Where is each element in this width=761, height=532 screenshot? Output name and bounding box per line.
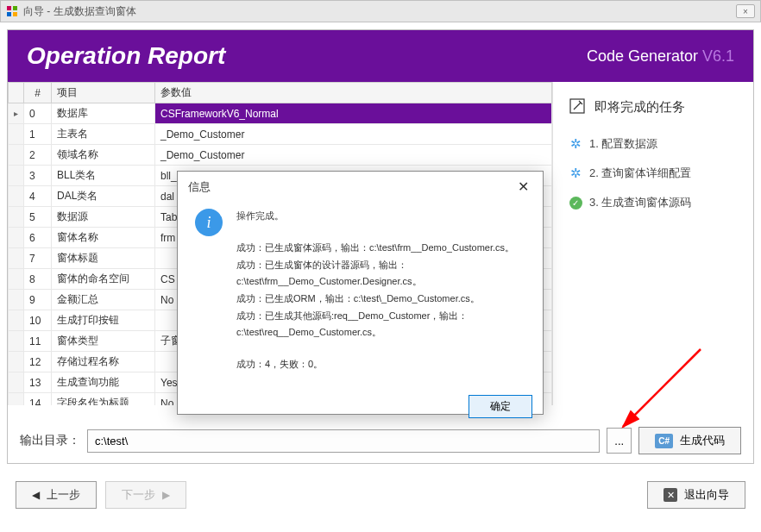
dialog-body: i 操作完成。 成功：已生成窗体源码，输出：c:\test\frm__Demo_… xyxy=(178,202,543,385)
svg-rect-0 xyxy=(7,6,11,10)
csharp-icon: C# xyxy=(655,434,673,448)
arrow-left-icon: ◀ xyxy=(32,489,40,501)
row-selector[interactable] xyxy=(9,269,24,290)
row-num: 13 xyxy=(24,372,52,393)
col-selector[interactable] xyxy=(9,83,24,103)
col-num[interactable]: # xyxy=(24,83,52,103)
row-selector[interactable] xyxy=(9,290,24,310)
app-icon xyxy=(6,5,18,17)
row-key: 主表名 xyxy=(52,124,155,145)
table-row[interactable]: 1主表名_Demo_Customer xyxy=(9,124,552,145)
row-val: CSFrameworkV6_Normal xyxy=(155,103,552,124)
row-selector[interactable] xyxy=(9,372,24,393)
prev-button[interactable]: ◀ 上一步 xyxy=(16,481,97,509)
side-title: 即将完成的任务 xyxy=(569,97,738,117)
row-key: 窗体标题 xyxy=(52,248,155,269)
row-num: 4 xyxy=(24,186,52,207)
row-num: 11 xyxy=(24,331,52,352)
step-label: 2. 查询窗体详细配置 xyxy=(589,166,691,181)
row-selector[interactable] xyxy=(9,331,24,352)
row-key: 存储过程名称 xyxy=(52,352,155,372)
col-key[interactable]: 项目 xyxy=(52,83,155,103)
arrow-right-icon: ▶ xyxy=(162,489,170,501)
row-selector[interactable] xyxy=(9,207,24,228)
dialog-line: 成功：已生成窗体的设计器源码，输出： xyxy=(236,258,514,273)
table-row[interactable]: ▸0数据库CSFrameworkV6_Normal xyxy=(9,103,552,124)
row-selector[interactable] xyxy=(9,145,24,166)
row-num: 12 xyxy=(24,352,52,372)
row-num: 9 xyxy=(24,290,52,310)
close-icon: × xyxy=(743,7,748,16)
brand: Code Generator V6.1 xyxy=(587,47,734,66)
row-key: 生成查询功能 xyxy=(52,372,155,393)
side-step: ✓3. 生成查询窗体源码 xyxy=(569,195,738,210)
row-num: 0 xyxy=(24,103,52,124)
wizard-icon xyxy=(569,97,586,117)
output-label: 输出目录： xyxy=(20,433,80,448)
row-key: 生成打印按钮 xyxy=(52,310,155,331)
row-selector[interactable] xyxy=(9,393,24,406)
next-button[interactable]: 下一步 ▶ xyxy=(105,481,186,509)
window-close-button[interactable]: × xyxy=(736,4,755,18)
row-num: 2 xyxy=(24,145,52,166)
side-title-text: 即将完成的任务 xyxy=(594,99,685,116)
row-selector[interactable] xyxy=(9,186,24,207)
row-selector[interactable] xyxy=(9,228,24,248)
row-num: 14 xyxy=(24,393,52,406)
exit-button[interactable]: ✕ 退出向导 xyxy=(647,481,745,509)
info-dialog: 信息 ✕ i 操作完成。 成功：已生成窗体源码，输出：c:\test\frm__… xyxy=(177,171,544,415)
row-key: 数据源 xyxy=(52,207,155,228)
generate-label: 生成代码 xyxy=(680,433,725,448)
svg-rect-2 xyxy=(7,12,11,16)
row-num: 5 xyxy=(24,207,52,228)
row-selector[interactable] xyxy=(9,124,24,145)
row-selector[interactable] xyxy=(9,166,24,186)
dialog-close-button[interactable]: ✕ xyxy=(514,178,532,195)
dialog-ok-button[interactable]: 确定 xyxy=(469,395,532,418)
next-label: 下一步 xyxy=(122,487,155,503)
dialog-line: c:\test\req__Demo_Customer.cs。 xyxy=(236,325,514,341)
svg-rect-3 xyxy=(13,12,17,16)
row-num: 1 xyxy=(24,124,52,145)
info-icon: i xyxy=(195,209,223,236)
dialog-titlebar: 信息 ✕ xyxy=(178,172,543,202)
brand-version: V6.1 xyxy=(702,47,734,65)
brand-name: Code Generator xyxy=(587,47,702,65)
header: Operation Report Code Generator V6.1 xyxy=(8,30,753,82)
row-num: 10 xyxy=(24,310,52,331)
row-num: 7 xyxy=(24,248,52,269)
dialog-summary: 成功：4，失败：0。 xyxy=(236,357,514,372)
output-path-input[interactable] xyxy=(87,429,600,453)
table-row[interactable]: 2领域名称_Demo_Customer xyxy=(9,145,552,166)
row-num: 8 xyxy=(24,269,52,290)
row-val: _Demo_Customer xyxy=(155,145,552,166)
col-val[interactable]: 参数值 xyxy=(155,83,552,103)
row-selector[interactable] xyxy=(9,310,24,331)
row-key: 窗体名称 xyxy=(52,228,155,248)
row-key: DAL类名 xyxy=(52,186,155,207)
window-title: 向导 - 生成数据查询窗体 xyxy=(23,4,136,19)
row-selector[interactable]: ▸ xyxy=(9,103,24,124)
row-key: 窗体类型 xyxy=(52,331,155,352)
row-num: 6 xyxy=(24,228,52,248)
row-key: 窗体的命名空间 xyxy=(52,269,155,290)
dialog-footer: 确定 xyxy=(178,385,543,429)
browse-button[interactable]: ... xyxy=(607,428,632,454)
step-label: 1. 配置数据源 xyxy=(589,136,657,152)
row-selector[interactable] xyxy=(9,248,24,269)
gear-icon: ✲ xyxy=(569,166,582,180)
side-step: ✲1. 配置数据源 xyxy=(569,136,738,152)
row-selector[interactable] xyxy=(9,352,24,372)
row-num: 3 xyxy=(24,166,52,186)
dialog-title-text: 信息 xyxy=(188,179,211,195)
dialog-line: 成功：已生成窗体源码，输出：c:\test\frm__Demo_Customer… xyxy=(236,241,514,256)
row-key: 领域名称 xyxy=(52,145,155,166)
row-val: _Demo_Customer xyxy=(155,124,552,145)
footer: ◀ 上一步 下一步 ▶ ✕ 退出向导 xyxy=(0,471,761,519)
generate-code-button[interactable]: C# 生成代码 xyxy=(638,427,741,454)
dialog-line: 成功：已生成其他源码:req__Demo_Customer，输出： xyxy=(236,309,514,324)
page-title: Operation Report xyxy=(27,42,225,70)
dialog-heading: 操作完成。 xyxy=(236,209,514,224)
close-icon: ✕ xyxy=(664,488,677,502)
dialog-line: c:\test\frm__Demo_Customer.Designer.cs。 xyxy=(236,274,514,290)
